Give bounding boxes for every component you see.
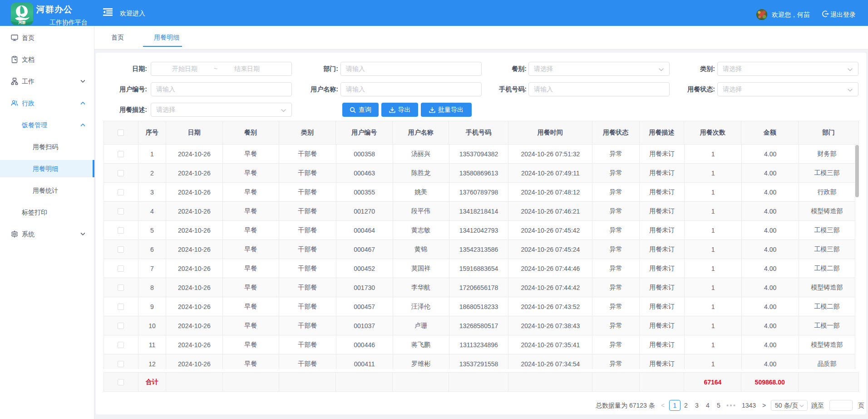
svg-text:河群: 河群 bbox=[18, 20, 26, 25]
